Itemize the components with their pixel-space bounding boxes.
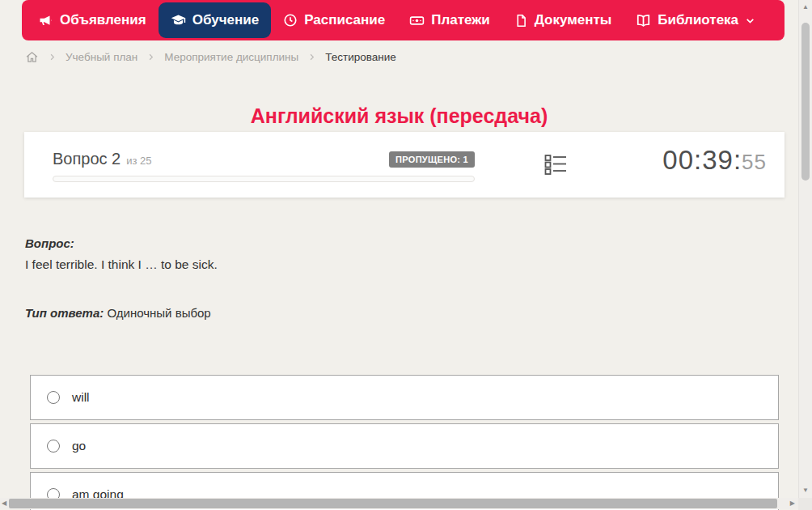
question-total-label: из 25 [126, 155, 151, 167]
scroll-down-arrow[interactable]: ▼ [799, 485, 812, 496]
answer-type-label: Тип ответа: [25, 306, 104, 320]
nav-item-label: Библиотека [658, 12, 738, 28]
nav-item-schedule[interactable]: Расписание [271, 2, 397, 38]
banknote-icon [409, 13, 425, 28]
nav-item-learning[interactable]: Обучение [159, 2, 271, 38]
nav-item-library[interactable]: Библиотека [624, 2, 768, 38]
page-title: Английский язык (пересдача) [0, 104, 798, 128]
nav-item-label: Обучение [192, 12, 259, 28]
radio-button[interactable] [47, 391, 60, 404]
clock-icon [283, 13, 298, 28]
megaphone-icon [39, 13, 53, 28]
breadcrumb-item-curriculum[interactable]: Учебный план [66, 51, 137, 63]
nav-item-documents[interactable]: Документы [502, 2, 624, 38]
open-book-icon [636, 13, 651, 28]
vertical-scrollbar[interactable]: ▲ ▼ [798, 0, 812, 498]
horizontal-scrollbar-thumb[interactable] [9, 499, 777, 508]
vertical-scrollbar-thumb[interactable] [801, 23, 810, 181]
answer-type-row: Тип ответа: Одиночный выбор [25, 306, 211, 320]
chevron-down-icon [745, 15, 755, 26]
chevron-right-icon [48, 53, 57, 62]
question-text: I feel terrible. I think I … to be sick. [25, 257, 218, 272]
breadcrumb-item-discipline-event[interactable]: Мероприятие дисциплины [164, 51, 298, 63]
progress-bar [53, 176, 475, 182]
answer-option-label: go [72, 439, 86, 453]
nav-item-announcements[interactable]: Объявления [27, 2, 159, 38]
nav-item-payments[interactable]: Платежи [397, 2, 502, 38]
answer-option-will[interactable]: will [30, 375, 779, 420]
horizontal-scrollbar[interactable]: ◀ ▶ [0, 498, 798, 509]
skipped-badge: ПРОПУЩЕНО: 1 [389, 151, 475, 168]
scrollbar-corner [798, 498, 812, 510]
nav-item-label: Документы [535, 12, 612, 28]
timer-hours-minutes: 00:39: [662, 145, 742, 175]
answer-option-label: will [72, 390, 90, 405]
scroll-up-arrow[interactable]: ▲ [799, 2, 812, 13]
question-number-label: Вопрос 2 [53, 150, 121, 168]
countdown-timer: 00:39:55 [662, 145, 767, 176]
home-icon[interactable] [25, 50, 39, 64]
scroll-right-arrow[interactable]: ▶ [790, 498, 795, 509]
question-heading: Вопрос: [25, 236, 74, 250]
answer-type-value: Одиночный выбор [107, 306, 210, 320]
radio-button[interactable] [47, 440, 60, 453]
chevron-right-icon [307, 53, 316, 62]
question-status-card: Вопрос 2 из 25 ПРОПУЩЕНО: 1 00:39:55 [24, 132, 785, 198]
graduation-cap-icon [171, 13, 186, 28]
nav-item-label: Платежи [431, 12, 490, 28]
nav-item-label: Объявления [60, 12, 146, 28]
breadcrumb-current-testing: Тестирование [325, 51, 396, 63]
scroll-left-arrow[interactable]: ◀ [2, 498, 6, 509]
document-icon [514, 14, 528, 28]
answer-options: will go am going [30, 375, 779, 510]
top-navigation: Объявления Обучение Расписание Платежи Д… [22, 0, 785, 40]
question-list-icon[interactable] [544, 154, 567, 177]
chevron-right-icon [146, 53, 155, 62]
nav-item-label: Расписание [304, 12, 385, 28]
timer-seconds: 55 [742, 150, 767, 174]
answer-option-go[interactable]: go [30, 423, 779, 469]
breadcrumb: Учебный план Мероприятие дисциплины Тест… [25, 50, 396, 64]
question-progress-block: Вопрос 2 из 25 ПРОПУЩЕНО: 1 [53, 150, 475, 182]
